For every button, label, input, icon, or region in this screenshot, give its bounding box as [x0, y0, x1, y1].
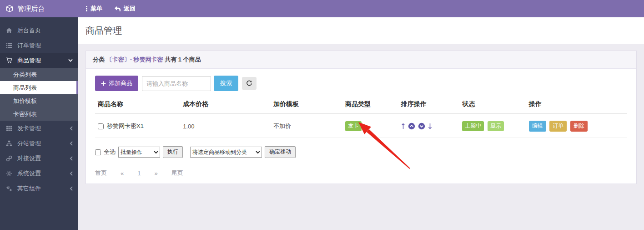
menu-label: 菜单 [91, 5, 102, 13]
list-icon [5, 42, 14, 49]
admin-page: 管理后台 菜单 返回 [0, 0, 644, 230]
product-name: 秒赞网卡密X1 [107, 122, 144, 130]
gear-icon [5, 170, 14, 177]
products-table: 商品名称 成本价格 加价模板 商品类型 排序操作 状态 操作 [95, 96, 627, 138]
delete-button[interactable]: 删除 [570, 121, 588, 132]
sidebar-subitem-label: 分类列表 [13, 71, 37, 79]
page-last[interactable]: 尾页 [171, 169, 183, 177]
batch-operations: 全选 批量操作 执行 将选定商品移动到分类 确定移动 [95, 146, 627, 158]
chevron-left-icon [70, 141, 73, 146]
sort-top-button[interactable] [401, 123, 405, 129]
cart-icon [5, 57, 14, 64]
chevron-left-icon [70, 156, 73, 161]
sidebar-item-label: 发卡管理 [17, 124, 41, 133]
sidebar-subitem-card-list[interactable]: 卡密列表 [0, 107, 78, 121]
product-cost: 1.00 [180, 114, 271, 138]
category-count: 共有 1 个商品 [165, 56, 201, 63]
confirm-move-button[interactable]: 确定移动 [265, 146, 296, 158]
sidebar-item-label: 订单管理 [17, 41, 41, 50]
execute-button[interactable]: 执行 [163, 146, 183, 158]
page-next[interactable]: » [154, 170, 157, 177]
title-bar: 商品管理 [78, 17, 644, 44]
sidebar-subitem-markup-template[interactable]: 加价模板 [0, 94, 78, 107]
move-category-select[interactable]: 将选定商品移动到分类 [190, 147, 262, 158]
table-header-row: 商品名称 成本价格 加价模板 商品类型 排序操作 状态 操作 [95, 96, 627, 114]
menu-toggle[interactable]: 菜单 [86, 5, 102, 13]
products-submenu: 分类列表 商品列表 加价模板 卡密列表 [0, 68, 78, 121]
page-first[interactable]: 首页 [95, 169, 107, 177]
back-arrow-icon [114, 6, 121, 12]
panel-body: 添加商品 搜索 [86, 69, 636, 184]
sidebar-item-label: 分站管理 [17, 139, 41, 148]
page-title: 商品管理 [86, 25, 122, 37]
page-number[interactable]: 1 [137, 170, 141, 177]
page-prev[interactable]: « [121, 170, 124, 177]
chevron-down-icon [68, 59, 73, 62]
topnav: 菜单 返回 [78, 5, 136, 13]
sidebar: 后台首页 订单管理 商品管理 分类列表 商品列表 加价模板 [0, 17, 78, 230]
refresh-icon [246, 80, 252, 87]
gears-icon [5, 185, 14, 192]
sidebar-item-label: 其它组件 [17, 184, 41, 193]
sidebar-item-api-settings[interactable]: 对接设置 [0, 151, 78, 166]
sort-up-button[interactable] [408, 123, 415, 130]
search-input[interactable] [142, 76, 211, 91]
sidebar-item-label: 后台首页 [17, 26, 41, 35]
sidebar-item-orders[interactable]: 订单管理 [0, 38, 78, 53]
products-panel: 分类 〔卡密〕- 秒赞网卡密 共有 1 个商品 添加商品 [86, 51, 637, 184]
link-icon [5, 155, 14, 162]
brand-title: 管理后台 [17, 5, 45, 13]
sidebar-subitem-product-list[interactable]: 商品列表 [0, 81, 78, 94]
sidebar-subitem-category-list[interactable]: 分类列表 [0, 68, 78, 81]
menu-dots-icon [86, 5, 88, 12]
sidebar-subitem-label: 商品列表 [13, 84, 37, 92]
sort-bottom-button[interactable] [428, 123, 432, 129]
sitemap-icon [5, 140, 14, 147]
table-row: 秒赞网卡密X1 1.00 不加价 发卡 [95, 114, 627, 138]
sidebar-item-products[interactable]: 商品管理 [0, 53, 78, 68]
toolbar: 添加商品 搜索 [95, 76, 627, 91]
pagination: 首页 « 1 » 尾页 [95, 169, 627, 177]
cube-logo-icon [6, 5, 13, 12]
sidebar-item-label: 对接设置 [17, 154, 41, 163]
sidebar-item-card-mgmt[interactable]: 发卡管理 [0, 121, 78, 136]
brand[interactable]: 管理后台 [0, 5, 78, 13]
col-header-actions: 操作 [526, 96, 627, 114]
add-product-button[interactable]: 添加商品 [95, 76, 138, 91]
home-icon [5, 27, 14, 34]
status-onsale-badge[interactable]: 上架中 [462, 121, 484, 131]
sidebar-item-other-components[interactable]: 其它组件 [0, 181, 78, 196]
product-type-badge: 发卡 [345, 121, 362, 131]
status-visible-badge[interactable]: 显示 [488, 121, 504, 131]
col-header-sort: 排序操作 [398, 96, 460, 114]
refresh-button[interactable] [242, 77, 257, 90]
category-prefix: 分类 [93, 56, 105, 63]
sidebar-item-label: 商品管理 [17, 56, 41, 65]
sidebar-item-system-settings[interactable]: 系统设置 [0, 166, 78, 181]
col-header-markup: 加价模板 [271, 96, 342, 114]
col-header-type: 商品类型 [342, 96, 398, 114]
add-product-label: 添加商品 [109, 79, 132, 87]
order-button[interactable]: 订单 [549, 121, 567, 132]
select-all-checkbox[interactable] [95, 149, 101, 155]
sidebar-item-home[interactable]: 后台首页 [0, 23, 78, 38]
plus-icon [101, 81, 106, 86]
col-header-status: 状态 [459, 96, 526, 114]
chevron-left-icon [70, 171, 73, 176]
category-link[interactable]: 〔卡密〕- 秒赞网卡密 [106, 56, 163, 63]
sort-down-button[interactable] [418, 123, 425, 130]
back-label: 返回 [124, 5, 136, 13]
col-header-name: 商品名称 [95, 96, 180, 114]
edit-button[interactable]: 编辑 [529, 121, 546, 132]
chevron-left-icon [70, 126, 73, 131]
body-wrap: 分类 〔卡密〕- 秒赞网卡密 共有 1 个商品 添加商品 [78, 44, 644, 190]
back-link[interactable]: 返回 [114, 5, 136, 13]
bulk-action-select[interactable]: 批量操作 [118, 147, 160, 158]
sidebar-item-label: 系统设置 [17, 169, 41, 178]
panel-header: 分类 〔卡密〕- 秒赞网卡密 共有 1 个商品 [86, 51, 636, 69]
sidebar-item-substation[interactable]: 分站管理 [0, 136, 78, 151]
row-checkbox[interactable] [98, 123, 104, 129]
search-button[interactable]: 搜索 [214, 76, 238, 91]
main-content: 商品管理 分类 〔卡密〕- 秒赞网卡密 共有 1 个商品 [78, 17, 644, 230]
sidebar-subitem-label: 卡密列表 [13, 110, 37, 118]
